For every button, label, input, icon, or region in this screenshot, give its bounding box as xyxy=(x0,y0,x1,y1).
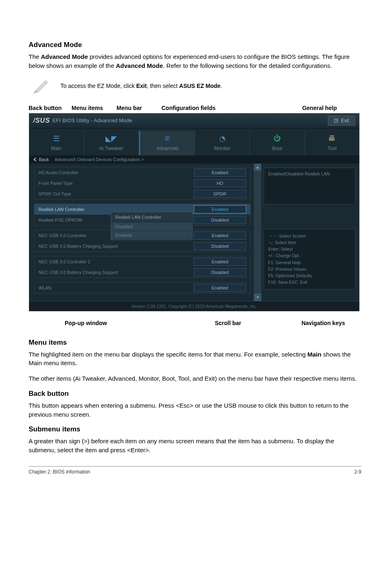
nav-line: Enter: Select xyxy=(268,246,351,252)
bios-logo: /SUS xyxy=(33,117,50,124)
setting-row[interactable]: NEC USB 3.0 Battery Charging Support Dis… xyxy=(34,241,250,251)
bios-section: NEC USB 3.0 Controller 2 Enabled NEC USB… xyxy=(34,256,251,278)
setting-row[interactable]: HD Audio Controller Enabled xyxy=(34,167,250,178)
nav-line: F10: Save ESC: Exit xyxy=(268,279,351,285)
popup-title: Realtek LAN Controller xyxy=(111,212,192,222)
setting-row[interactable]: SPDIF Out Type SPDIF xyxy=(34,189,250,199)
text-strong: Exit xyxy=(136,83,147,89)
setting-value[interactable]: Enabled xyxy=(194,284,246,292)
label-back-button: Back button xyxy=(29,105,72,111)
tab-label: Boot xyxy=(272,146,282,151)
setting-label: NEC USB 3.0 Controller 2 xyxy=(34,259,194,264)
tab-monitor[interactable]: ◔ Monitor xyxy=(195,131,250,155)
bios-exit-button[interactable]: Exit xyxy=(328,116,355,126)
setting-row[interactable]: WLAN Enabled xyxy=(34,283,250,293)
setting-label: Front Panel Type xyxy=(34,181,194,186)
scrollbar[interactable]: ▲ ▾ xyxy=(254,164,261,301)
label-menu-bar: Menu bar xyxy=(117,105,161,111)
back-label: Back xyxy=(39,157,49,162)
heading-back-button: Back button xyxy=(29,390,361,398)
top-labels-row: Back button Menu items Menu bar Configur… xyxy=(29,102,361,113)
scroll-track[interactable] xyxy=(254,171,261,294)
setting-row[interactable]: Front Panel Type HD xyxy=(34,178,250,189)
tab-label: Monitor xyxy=(214,146,231,151)
setting-value[interactable]: Disabled xyxy=(194,216,246,224)
scroll-down-arrow[interactable]: ▾ xyxy=(254,294,261,301)
text-strong: ASUS EZ Mode xyxy=(179,83,220,89)
text: . Refer to the following sections for th… xyxy=(163,62,332,69)
footer-chapter: Chapter 2: BIOS information xyxy=(29,469,90,475)
list-icon: ☰ xyxy=(31,134,82,143)
label-general-help: General help xyxy=(243,105,361,111)
text: To access the EZ Mode, click xyxy=(61,83,136,89)
setting-value[interactable]: Enabled xyxy=(194,168,246,177)
paragraph: The highlighted item on the menu bar dis… xyxy=(29,350,361,368)
breadcrumb: Advanced\ Onboard Devices Configuration … xyxy=(54,157,143,162)
setting-label: SPDIF Out Type xyxy=(34,191,194,196)
page-footer: Chapter 2: BIOS information 2-9 xyxy=(29,466,361,475)
navigation-keys-panel: →←: Select Screen ↑↓: Select Item Enter:… xyxy=(264,229,355,290)
setting-value[interactable]: Enabled xyxy=(194,258,246,266)
popup-option[interactable]: Disabled xyxy=(111,222,192,231)
monitor-icon: ◔ xyxy=(197,134,248,143)
bios-content-pane: HD Audio Controller Enabled Front Panel … xyxy=(29,164,254,301)
heading-menu-items: Menu items xyxy=(29,339,361,347)
back-arrow-icon xyxy=(33,157,37,162)
label-menu-items: Menu items xyxy=(72,105,117,111)
setting-value[interactable]: Enabled xyxy=(194,205,246,213)
tab-main[interactable]: ☰ Main xyxy=(29,131,84,155)
paragraph-advanced-mode: The Advanced Mode provides advanced opti… xyxy=(29,52,361,70)
text-strong: Main xyxy=(307,351,321,358)
tab-label: Advanced xyxy=(157,146,178,151)
paragraph: A greater than sign (>) before each item… xyxy=(29,437,361,455)
tip-text: To access the EZ Mode, click Exit, then … xyxy=(53,83,222,89)
bios-window: /SUS EFI BIOS Utility - Advanced Mode Ex… xyxy=(29,113,360,312)
nav-line: →←: Select Screen xyxy=(268,233,351,239)
nav-line: ↑↓: Select Item xyxy=(268,239,351,246)
tool-icon: 🖶 xyxy=(307,134,358,143)
bios-back-button[interactable]: Back xyxy=(33,157,49,162)
tab-ai-tweaker[interactable]: ◣◤ Ai Tweaker xyxy=(84,131,139,155)
setting-value[interactable]: Disabled xyxy=(194,242,246,250)
bios-breadcrumb-row: Back Advanced\ Onboard Devices Configura… xyxy=(29,155,359,164)
tab-label: Main xyxy=(51,146,62,151)
setting-row[interactable]: NEC USB 3.0 Battery Charging Support Dis… xyxy=(34,267,250,278)
label-popup: Pop-up window xyxy=(29,320,143,326)
bios-footer: Version 2.00.1201. Copyright (C) 2010 Am… xyxy=(29,301,359,311)
setting-label: WLAN xyxy=(34,285,194,290)
setting-value[interactable]: Enabled xyxy=(194,231,246,240)
nav-line: F1: General Help xyxy=(268,259,351,266)
tab-tool[interactable]: 🖶 Tool xyxy=(305,131,359,155)
bios-title: EFI BIOS Utility - Advanced Mode xyxy=(52,117,327,123)
text: , then select xyxy=(147,83,179,89)
bios-tab-row: ☰ Main ◣◤ Ai Tweaker ⎚ Advanced ◔ Monito… xyxy=(29,128,359,155)
scroll-up-arrow[interactable]: ▲ xyxy=(254,164,261,171)
label-scrollbar: Scroll bar xyxy=(159,320,241,326)
nav-line: F5: Optimized Defaults xyxy=(268,272,351,279)
nav-line: +/-: Change Opt. xyxy=(268,252,351,259)
bottom-labels-row: Pop-up window Scroll bar Navigation keys xyxy=(29,313,361,339)
footer-page-number: 2-9 xyxy=(354,469,361,475)
setting-label: NEC USB 3.0 Battery Charging Support xyxy=(34,244,194,249)
tab-label: Tool xyxy=(327,146,336,151)
text: The xyxy=(29,53,41,60)
note-icon xyxy=(29,77,53,95)
text: The highlighted item on the menu bar dis… xyxy=(29,351,307,358)
tab-boot[interactable]: ⏻ Boot xyxy=(250,131,305,155)
nav-line: F2: Previous Values xyxy=(268,266,351,272)
exit-icon xyxy=(334,119,338,123)
setting-value[interactable]: HD xyxy=(194,179,246,187)
exit-label: Exit xyxy=(341,118,349,123)
setting-value[interactable]: SPDIF xyxy=(194,190,246,198)
text-strong: Advanced Mode xyxy=(116,62,163,69)
tab-advanced[interactable]: ⎚ Advanced xyxy=(139,131,195,155)
popup-option[interactable]: Enabled xyxy=(111,231,192,239)
power-icon: ⏻ xyxy=(251,134,303,143)
setting-label: HD Audio Controller xyxy=(34,170,194,175)
help-panel: Enabled/Disabled Realtek LAN xyxy=(264,168,355,204)
bios-titlebar: /SUS EFI BIOS Utility - Advanced Mode Ex… xyxy=(29,113,359,128)
setting-label: Realtek LAN Controller xyxy=(34,207,194,212)
label-navkeys: Navigation keys xyxy=(241,320,361,326)
setting-row[interactable]: NEC USB 3.0 Controller 2 Enabled xyxy=(34,256,250,267)
setting-value[interactable]: Disabled xyxy=(194,268,246,276)
